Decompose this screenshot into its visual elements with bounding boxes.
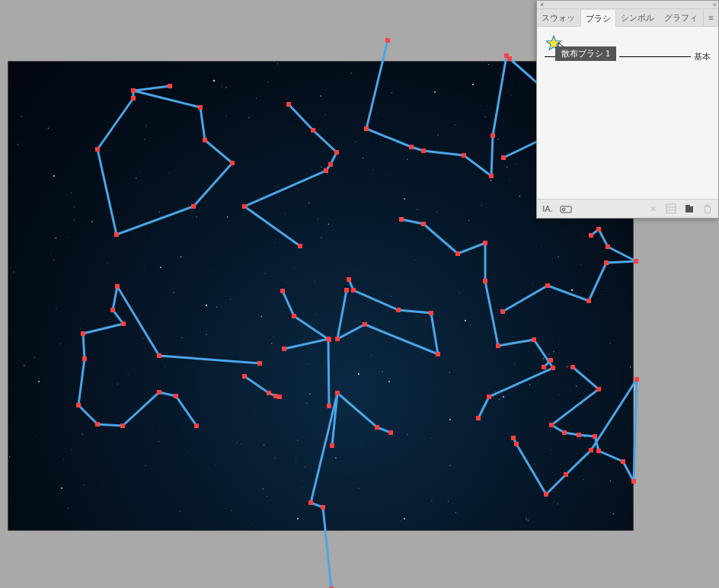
anchor-point[interactable] [364,126,369,131]
vector-path[interactable] [244,104,337,246]
anchor-point[interactable] [577,433,581,437]
anchor-point[interactable] [542,365,546,369]
anchor-point[interactable] [321,505,325,510]
libraries-menu-icon[interactable] [560,203,572,215]
vector-path[interactable] [284,339,329,406]
anchor-point[interactable] [501,155,506,160]
anchor-point[interactable] [82,356,87,361]
anchor-point[interactable] [476,416,481,420]
anchor-point[interactable] [174,394,178,398]
anchor-point[interactable] [115,284,120,289]
anchor-point[interactable] [347,277,351,282]
close-icon[interactable]: × [540,1,544,8]
anchor-point[interactable] [330,443,334,448]
anchor-point[interactable] [621,459,625,464]
anchor-point[interactable] [114,232,119,237]
anchor-point[interactable] [267,391,271,395]
anchor-point[interactable] [131,88,136,93]
anchor-point[interactable] [631,479,636,484]
anchor-point[interactable] [511,436,516,440]
anchor-point[interactable] [95,147,100,152]
anchor-point[interactable] [326,337,331,341]
anchor-point[interactable] [242,374,247,379]
vector-path[interactable] [366,40,545,176]
anchor-point[interactable] [120,423,125,428]
anchor-point[interactable] [198,105,203,110]
anchor-point[interactable] [242,204,247,209]
anchor-point[interactable] [606,244,610,249]
anchor-point[interactable] [277,395,282,399]
vector-path[interactable] [78,286,260,426]
anchor-point[interactable] [385,38,390,43]
anchor-point[interactable] [551,366,555,370]
vector-path[interactable] [401,219,553,418]
anchor-point[interactable] [121,321,126,326]
tab-symbols[interactable]: シンボル [616,9,660,26]
anchor-point[interactable] [634,259,638,264]
anchor-point[interactable] [292,314,296,318]
anchor-point[interactable] [487,395,491,399]
anchor-point[interactable] [335,337,340,341]
brush-libraries-icon[interactable]: IA. [542,203,554,215]
anchor-point[interactable] [421,222,426,226]
anchor-point[interactable] [363,322,367,327]
anchor-point[interactable] [545,283,550,288]
anchor-point[interactable] [514,442,519,446]
anchor-point[interactable] [388,430,393,435]
anchor-point[interactable] [335,391,340,395]
anchor-point[interactable] [191,204,196,209]
anchor-point[interactable] [589,233,593,238]
anchor-point[interactable] [483,241,487,245]
anchor-point[interactable] [564,472,568,477]
collapse-icon[interactable]: « [713,1,715,8]
vector-path[interactable] [503,229,636,312]
anchor-point[interactable] [409,145,414,149]
anchor-point[interactable] [298,244,302,248]
anchor-point[interactable] [399,217,404,222]
tab-graphic-styles[interactable]: グラフィ [660,9,703,26]
anchor-point[interactable] [532,337,536,342]
anchor-point[interactable] [328,162,333,167]
anchor-point[interactable] [81,331,85,336]
anchor-point[interactable] [308,500,313,505]
vector-path[interactable] [513,367,637,494]
anchor-point[interactable] [507,56,512,61]
new-brush-icon[interactable] [683,203,695,215]
anchor-point[interactable] [548,358,553,363]
anchor-point[interactable] [110,308,115,312]
anchor-point[interactable] [596,449,601,453]
anchor-point[interactable] [194,423,199,428]
vector-path[interactable] [283,291,329,340]
anchor-point[interactable] [257,361,262,366]
anchor-point[interactable] [131,96,136,101]
anchor-point[interactable] [549,423,554,427]
anchor-point[interactable] [436,352,440,356]
anchor-point[interactable] [483,279,487,283]
anchor-point[interactable] [500,309,505,314]
anchor-point[interactable] [95,422,100,427]
anchor-point[interactable] [230,161,235,165]
anchor-point[interactable] [76,403,81,407]
anchor-point[interactable] [496,344,500,348]
anchor-point[interactable] [462,153,466,158]
anchor-point[interactable] [562,430,567,435]
anchor-point[interactable] [334,150,339,155]
flyout-menu-icon[interactable]: ≡ [703,9,718,26]
anchor-point[interactable] [455,251,460,256]
anchor-point[interactable] [280,289,285,293]
vector-path[interactable] [244,376,280,397]
anchor-point[interactable] [351,288,356,292]
anchor-point[interactable] [586,299,591,303]
basic-brush-row[interactable]: 基本 [545,51,711,62]
anchor-point[interactable] [634,377,639,382]
anchor-point[interactable] [311,128,315,133]
anchor-point[interactable] [596,387,601,391]
anchor-point[interactable] [344,288,349,292]
anchor-point[interactable] [491,133,495,138]
tab-brushes[interactable]: ブラシ [580,10,616,27]
anchor-point[interactable] [429,311,433,315]
anchor-point[interactable] [327,404,331,408]
anchor-point[interactable] [375,425,379,430]
anchor-point[interactable] [282,347,286,351]
tab-swatches[interactable]: スウォッ [537,9,580,26]
